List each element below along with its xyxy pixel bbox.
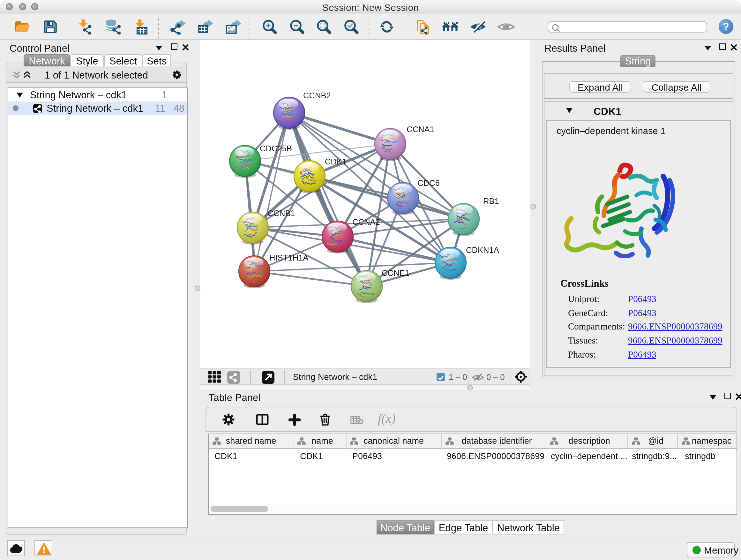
svg-text:CCNB2: CCNB2 (303, 91, 331, 100)
svg-text:HIST1H1A: HIST1H1A (269, 253, 309, 262)
svg-text:CCNB1: CCNB1 (267, 209, 295, 218)
svg-text:?: ? (723, 21, 729, 32)
svg-text:CDC25B: CDC25B (260, 144, 292, 153)
svg-text:CCNE1: CCNE1 (382, 268, 409, 277)
svg-text:CDC6: CDC6 (417, 179, 440, 187)
svg-text:CDKN1A: CDKN1A (466, 246, 499, 254)
svg-text:CCNA1: CCNA1 (407, 125, 434, 134)
svg-text:CDK1: CDK1 (325, 157, 347, 166)
svg-text:CCNA2: CCNA2 (352, 217, 380, 226)
svg-text:RB1: RB1 (483, 197, 499, 206)
